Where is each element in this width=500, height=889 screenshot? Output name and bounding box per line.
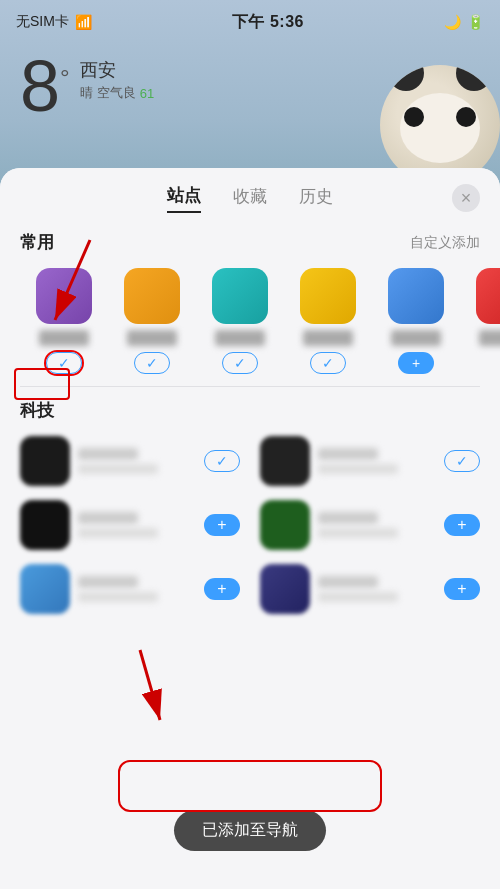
tech-sub-2: [318, 464, 398, 474]
tech-info-1: [78, 448, 196, 474]
tech-section: 科技: [0, 399, 500, 422]
tech-icon-1: [20, 436, 70, 486]
item-icon-2: [124, 268, 180, 324]
tech-icon-3: [20, 500, 70, 550]
item-check-btn-4[interactable]: ✓: [310, 352, 346, 374]
status-right: 🌙 🔋: [444, 14, 484, 30]
tech-items-grid: ✓ ✓ +: [0, 436, 500, 614]
modal-sheet: 站点 收藏 历史 × 常用 自定义添加 ✓ ✓: [0, 168, 500, 889]
tech-name-3: [78, 512, 138, 524]
close-button[interactable]: ×: [452, 184, 480, 212]
list-item: +: [372, 268, 460, 374]
list-item: ✓: [260, 436, 480, 486]
list-item: +: [20, 500, 240, 550]
tech-info-4: [318, 512, 436, 538]
tech-title: 科技: [20, 399, 54, 422]
list-item: ✓: [20, 436, 240, 486]
list-item: ✓: [108, 268, 196, 374]
sim-status: 无SIM卡: [16, 13, 69, 31]
moon-icon: 🌙: [444, 14, 461, 30]
list-item: +: [260, 500, 480, 550]
list-item: ✓: [284, 268, 372, 374]
tab-history[interactable]: 历史: [299, 185, 333, 212]
toast-notification: 已添加至导航: [174, 810, 326, 851]
item-icon-3: [212, 268, 268, 324]
city-name: 西安: [80, 58, 154, 82]
tech-icon-2: [260, 436, 310, 486]
list-item: +: [20, 564, 240, 614]
item-icon-6: [476, 268, 500, 324]
status-left: 无SIM卡 📶: [16, 13, 92, 31]
list-item: ✓: [20, 268, 108, 374]
tech-info-3: [78, 512, 196, 538]
tech-name-6: [318, 576, 378, 588]
common-section: 常用 自定义添加 ✓ ✓ ✓: [0, 221, 500, 374]
tech-info-2: [318, 448, 436, 474]
tech-add-btn-5[interactable]: +: [204, 578, 240, 600]
tech-info-5: [78, 576, 196, 602]
tech-name-5: [78, 576, 138, 588]
item-icon-5: [388, 268, 444, 324]
item-label-1: [39, 330, 89, 346]
tech-add-btn-3[interactable]: +: [204, 514, 240, 536]
tab-bar: 站点 收藏 历史 ×: [0, 168, 500, 221]
tech-name-2: [318, 448, 378, 460]
spacer: [240, 500, 260, 550]
aqi-value: 61: [140, 86, 154, 101]
list-item: +: [260, 564, 480, 614]
customize-action[interactable]: 自定义添加: [410, 234, 480, 252]
tech-name-4: [318, 512, 378, 524]
tech-icon-5: [20, 564, 70, 614]
item-check-btn-1[interactable]: ✓: [46, 352, 82, 374]
item-label-4: [303, 330, 353, 346]
tech-sub-1: [78, 464, 158, 474]
section-divider-1: [20, 386, 480, 387]
table-row: + +: [20, 564, 480, 614]
common-title: 常用: [20, 231, 54, 254]
tech-icon-6: [260, 564, 310, 614]
item-check-btn-2[interactable]: ✓: [134, 352, 170, 374]
item-add-btn-5[interactable]: +: [398, 352, 434, 374]
panda-illustration: [320, 55, 500, 185]
tech-sub-6: [318, 592, 398, 602]
tech-add-btn-6[interactable]: +: [444, 578, 480, 600]
air-quality: 空气良: [97, 84, 136, 102]
list-item: [460, 268, 500, 374]
list-item: ✓: [196, 268, 284, 374]
battery-icon: 🔋: [467, 14, 484, 30]
table-row: + +: [20, 500, 480, 550]
status-bar: 无SIM卡 📶 下午 5:36 🌙 🔋: [0, 0, 500, 44]
tech-name-1: [78, 448, 138, 460]
common-section-header: 常用 自定义添加: [20, 231, 480, 254]
tech-sub-3: [78, 528, 158, 538]
tech-add-btn-4[interactable]: +: [444, 514, 480, 536]
tech-section-header: 科技: [20, 399, 480, 422]
table-row: ✓ ✓: [20, 436, 480, 486]
item-label-2: [127, 330, 177, 346]
tech-sub-4: [318, 528, 398, 538]
tech-check-btn-1[interactable]: ✓: [204, 450, 240, 472]
tech-info-6: [318, 576, 436, 602]
item-check-btn-3[interactable]: ✓: [222, 352, 258, 374]
tech-check-btn-2[interactable]: ✓: [444, 450, 480, 472]
weather-widget: 8° 西安 晴 空气良 61: [20, 50, 154, 122]
common-items-grid: ✓ ✓ ✓ ✓: [20, 268, 480, 374]
tech-sub-5: [78, 592, 158, 602]
item-label-5: [391, 330, 441, 346]
weather-desc: 晴 空气良 61: [80, 84, 154, 102]
spacer: [240, 564, 260, 614]
item-label-3: [215, 330, 265, 346]
status-time: 下午 5:36: [232, 12, 304, 33]
temperature: 8°: [20, 50, 70, 122]
tab-favorites[interactable]: 收藏: [233, 185, 267, 212]
item-icon-1: [36, 268, 92, 324]
tab-stations[interactable]: 站点: [167, 184, 201, 213]
item-icon-4: [300, 268, 356, 324]
condition: 晴: [80, 84, 93, 102]
item-label-6: [479, 330, 500, 346]
wifi-icon: 📶: [75, 14, 92, 30]
spacer: [240, 436, 260, 486]
tech-icon-4: [260, 500, 310, 550]
